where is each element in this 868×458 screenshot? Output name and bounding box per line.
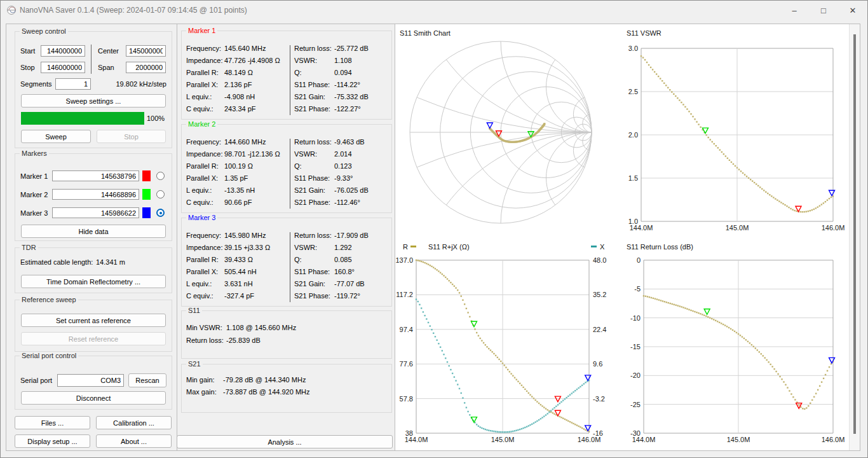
marker-field-label: S11 Phase: — [294, 81, 330, 88]
svg-text:146.0M: 146.0M — [822, 436, 845, 443]
calibration-button[interactable]: Calibration ... — [96, 416, 172, 429]
svg-text:144.0M: 144.0M — [630, 224, 653, 232]
marker-field-label: Parallel X: — [186, 174, 218, 182]
sweep-control-title: Sweep control — [20, 27, 68, 35]
marker-field-value: 100.19 Ω — [224, 162, 253, 170]
vswr-chart[interactable]: S11 VSWR 3.02.52.01.51.0144.0M145.0M146.… — [614, 24, 850, 238]
sweep-button[interactable]: Sweep — [21, 130, 91, 143]
marker-triangle — [704, 309, 710, 315]
marker-field-label: Frequency: — [186, 138, 221, 146]
s21-row-label: Min gain: — [186, 376, 215, 384]
marker-field-value: 1.108 — [334, 57, 352, 64]
marker-field-value: 0.085 — [334, 256, 352, 263]
cable-length-value: 14.341 m — [96, 258, 125, 266]
display-setup-button[interactable]: Display setup ... — [15, 434, 90, 448]
marker-info-title: Marker 3 — [186, 214, 217, 221]
marker-select-radio[interactable] — [156, 172, 165, 180]
center-input[interactable] — [126, 45, 166, 57]
marker-color-swatch[interactable] — [142, 189, 151, 200]
return-loss-chart[interactable]: S11 Return Loss (dB) 0-5-10-15-20-25-301… — [614, 238, 850, 452]
marker-field-label: L equiv.: — [186, 93, 212, 101]
marker-field-value: -25.772 dB — [334, 45, 369, 52]
marker-field-value: -4.908 nH — [224, 93, 255, 101]
svg-text:35.2: 35.2 — [593, 291, 606, 298]
svg-text:-5: -5 — [634, 285, 641, 293]
segments-label: Segments — [20, 80, 52, 88]
maximize-button[interactable]: □ — [809, 1, 838, 20]
marker-color-swatch[interactable] — [142, 170, 151, 181]
marker-field-label: Impedance: — [186, 150, 222, 158]
s11-row-value: -25.839 dB — [226, 337, 261, 344]
marker-select-radio[interactable] — [156, 190, 165, 198]
stop-button[interactable]: Stop — [97, 130, 166, 143]
charts-area: S11 Smith Chart S11 VSWR 3.02.52.01.51.0… — [395, 24, 860, 451]
smith-chart[interactable]: S11 Smith Chart — [395, 24, 614, 238]
marker-info-group: Marker 2Frequency:144.660 MHzImpedance:9… — [181, 124, 392, 213]
disconnect-button[interactable]: Disconnect — [21, 391, 166, 405]
center-label: Center — [98, 47, 119, 55]
title-bar[interactable]: NanoVNA Saver 0.1.4 (Sweep: 2024-01-07 0… — [1, 1, 867, 20]
minimize-button[interactable]: – — [780, 1, 809, 20]
marker-color-swatch[interactable] — [142, 207, 151, 218]
marker-field-value: -77.07 dB — [334, 280, 365, 288]
marker-field-value: -114.22° — [334, 81, 360, 88]
marker-frequency-input[interactable] — [52, 189, 139, 200]
marker-field-label: C equiv.: — [186, 292, 214, 300]
sweep-settings-button[interactable]: Sweep settings ... — [21, 94, 166, 108]
stop-input[interactable] — [41, 62, 85, 73]
svg-text:1.5: 1.5 — [628, 174, 638, 182]
step-info: 19.802 kHz/step — [99, 80, 166, 88]
rx-chart[interactable]: R S11 R+jX (Ω) X 137.048.0117.235.297.42… — [395, 238, 614, 452]
tdr-button[interactable]: Time Domain Reflectometry ... — [21, 275, 166, 288]
svg-text:145.0M: 145.0M — [491, 436, 515, 443]
svg-text:57.8: 57.8 — [400, 395, 413, 403]
marker-field-value: -13.35 nH — [224, 186, 255, 194]
serial-port-label: Serial port — [20, 377, 52, 384]
marker-frequency-input[interactable] — [52, 207, 139, 218]
svg-text:22.4: 22.4 — [593, 326, 606, 333]
marker-field-value: 90.66 pF — [224, 198, 252, 206]
set-reference-button[interactable]: Set current as reference — [21, 314, 166, 327]
svg-text:146.0M: 146.0M — [578, 436, 601, 443]
serial-port-input[interactable] — [57, 374, 124, 387]
marker-field-label: VSWR: — [294, 244, 317, 251]
segments-input[interactable] — [55, 78, 91, 90]
charts-scrollbar-thumb[interactable] — [853, 34, 856, 434]
about-button[interactable]: About ... — [96, 434, 172, 448]
analysis-button[interactable]: Analysis ... — [177, 435, 393, 448]
marker-field-value: 39.433 Ω — [224, 256, 253, 263]
s11-group: S11 Min VSWR: 1.108 @ 145.660 MHz Return… — [181, 310, 392, 359]
marker-info-title: Marker 2 — [186, 120, 217, 128]
marker-field-value: 243.34 pF — [224, 105, 256, 113]
rescan-button[interactable]: Rescan — [128, 373, 166, 387]
marker-field-value: 160.8° — [334, 268, 355, 275]
charts-scrollbar[interactable] — [849, 24, 860, 450]
marker-select-radio[interactable] — [156, 209, 165, 217]
marker-field-label: VSWR: — [294, 150, 317, 158]
marker-field-label: S21 Phase: — [294, 105, 330, 113]
start-input[interactable] — [41, 45, 85, 57]
marker-field-value: -122.27° — [334, 105, 361, 113]
marker-triangle — [829, 357, 835, 363]
marker-field-value: 1.35 pF — [224, 174, 248, 182]
reset-reference-button[interactable]: Reset reference — [21, 332, 166, 345]
hide-data-button[interactable]: Hide data — [21, 225, 166, 238]
svg-text:2.0: 2.0 — [628, 131, 638, 139]
span-input[interactable] — [126, 62, 166, 73]
window-title: NanoVNA Saver 0.1.4 (Sweep: 2024-01-07 0… — [20, 6, 247, 15]
marker-field-value: -112.46° — [334, 198, 360, 206]
marker-field-label: S21 Phase: — [294, 292, 330, 300]
marker-field-label: S21 Gain: — [294, 280, 325, 288]
marker-frequency-input[interactable] — [52, 170, 139, 181]
s11-row-value: 1.108 @ 145.660 MHz — [226, 324, 296, 331]
marker-field-label: Impedance: — [186, 57, 222, 64]
stop-label: Stop — [20, 64, 35, 71]
app-icon — [6, 5, 17, 15]
marker-field-label: Parallel X: — [186, 268, 218, 275]
marker-field-label: Q: — [294, 69, 302, 76]
sweep-control-group: Sweep control Start Center Stop Span Seg… — [15, 31, 172, 148]
tdr-group: TDR Estimated cable length: 14.341 m Tim… — [15, 247, 172, 293]
files-button[interactable]: Files ... — [15, 416, 90, 429]
marker-field-value: 47.726 -j4.4908 Ω — [224, 57, 280, 64]
close-button[interactable]: ✕ — [838, 1, 867, 20]
